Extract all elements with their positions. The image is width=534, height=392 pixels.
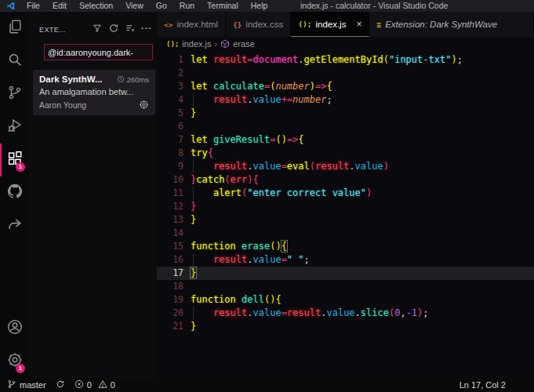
code-line-21[interactable]: 21}: [157, 320, 534, 333]
code-line-7[interactable]: 7let giveResult=()=>{: [157, 133, 534, 147]
indent-guide: [193, 253, 194, 267]
code-line-11[interactable]: 11 alert("enter correct value"): [157, 187, 534, 200]
code-token: ): [247, 174, 252, 185]
line-number: 21: [157, 320, 183, 333]
code-line-16[interactable]: 16 result.value=" ";: [157, 253, 534, 267]
line-content: }: [191, 267, 197, 280]
code-token: {: [298, 134, 303, 145]
more-actions-icon[interactable]: ···: [141, 24, 152, 32]
activity-source-control[interactable]: [0, 78, 28, 111]
code-line-6[interactable]: 6: [157, 120, 534, 133]
code-token: [191, 161, 213, 172]
refresh-icon[interactable]: [108, 23, 119, 34]
breadcrumb-file[interactable]: index.js: [182, 39, 211, 49]
close-icon[interactable]: ×: [356, 20, 361, 29]
code-line-17[interactable]: 17}: [157, 267, 534, 280]
extension-description: An amalgamation betw...: [39, 87, 149, 96]
code-line-15[interactable]: 15function erase(){: [157, 240, 534, 253]
code-line-1[interactable]: 1let result=document.getElementById("inp…: [157, 53, 534, 67]
code-token: {: [208, 147, 213, 158]
tab-index-css[interactable]: {}index.css: [226, 12, 291, 37]
code-line-10[interactable]: 10}catch(err){: [157, 173, 534, 187]
code-token: {: [253, 174, 259, 185]
code-line-13[interactable]: 13}: [157, 213, 534, 227]
activity-run-debug[interactable]: [0, 111, 28, 143]
code-line-19[interactable]: 19function dell(){: [157, 293, 534, 307]
indent-guide: [193, 160, 194, 173]
code-token: [208, 81, 213, 92]
activity-extensions[interactable]: 1: [0, 143, 28, 176]
code-token: function: [191, 241, 236, 252]
code-token: [236, 241, 242, 252]
tab-index-js[interactable]: ();index.js×: [291, 12, 369, 37]
cursor-position[interactable]: Ln 17, Col 2: [460, 380, 506, 390]
vscode-window: FileEditSelectionViewGoRunTerminalHelp i…: [0, 0, 534, 392]
tab-index-html[interactable]: <>index.html: [157, 12, 226, 37]
menu-run[interactable]: Run: [173, 0, 201, 12]
code-line-14[interactable]: 14: [157, 227, 534, 240]
tab-extension-dark-synthwave[interactable]: ≡Extension: Dark SynthWave: [369, 12, 534, 37]
code-token: {: [275, 294, 281, 305]
line-content: try{: [191, 147, 213, 160]
code-line-20[interactable]: 20 result.value=result.value.slice(0,-1)…: [157, 307, 534, 320]
activity-explorer[interactable]: [0, 12, 28, 45]
indent-guide: [193, 93, 194, 107]
clear-all-icon[interactable]: [125, 23, 136, 34]
sync-icon: [56, 379, 65, 390]
menu-help[interactable]: Help: [245, 0, 274, 12]
code-token: result: [213, 307, 247, 318]
code-token: document: [253, 54, 299, 65]
status-branch[interactable]: master: [7, 379, 46, 390]
activity-account[interactable]: [0, 312, 28, 345]
status-sync[interactable]: [56, 379, 65, 390]
code-line-4[interactable]: 4 result.value+=number;: [157, 93, 534, 107]
status-problems[interactable]: 00: [74, 379, 115, 390]
code-token: result: [213, 161, 247, 172]
code-line-5[interactable]: 5}: [157, 107, 534, 120]
code-line-2[interactable]: 2: [157, 67, 534, 80]
menu-selection[interactable]: Selection: [73, 0, 119, 12]
extension-list-item[interactable]: Dark SynthW... 260ms An amalgamation bet…: [33, 70, 155, 115]
code-token: {: [326, 81, 332, 92]
menu-terminal[interactable]: Terminal: [201, 0, 245, 12]
breadcrumb-symbol[interactable]: erase: [233, 39, 255, 49]
warning-icon: [98, 379, 107, 390]
filter-icon[interactable]: [92, 23, 103, 34]
code-line-9[interactable]: 9 result.value=eval(result.value): [157, 160, 534, 173]
code-line-3[interactable]: 3let calculate=(number)=>{: [157, 80, 534, 93]
menu-edit[interactable]: Edit: [46, 0, 73, 12]
code-token: value: [326, 307, 354, 318]
activity-settings[interactable]: 1: [0, 345, 28, 378]
code-line-12[interactable]: 12}: [157, 200, 534, 213]
symbol-cube-icon: [220, 39, 230, 49]
code-token: ;: [326, 94, 332, 105]
code-token: result: [213, 254, 247, 265]
line-number: 15: [157, 240, 183, 253]
error-count: 0: [87, 380, 92, 390]
menu-view[interactable]: View: [119, 0, 150, 12]
extensions-search-input[interactable]: [44, 44, 153, 60]
code-token: =: [282, 307, 287, 318]
line-number: 8: [157, 147, 183, 160]
code-token: slice: [361, 307, 389, 318]
tab-label: Extension: Dark SynthWave: [385, 20, 497, 29]
activity-bar-bottom: 1: [0, 312, 28, 378]
code-token: [208, 54, 213, 65]
menu-go[interactable]: Go: [150, 0, 173, 12]
code-token: [191, 94, 213, 105]
extension-gear-icon[interactable]: [139, 100, 149, 110]
code-token: number: [292, 94, 326, 105]
activity-github[interactable]: [0, 176, 28, 209]
activity-remote-explorer[interactable]: [0, 209, 28, 242]
code-line-8[interactable]: 8try{: [157, 147, 534, 160]
code-token: .: [247, 307, 252, 318]
tab-label: index.js: [315, 20, 346, 29]
code-line-18[interactable]: 18: [157, 280, 534, 293]
code-editor[interactable]: 1let result=document.getElementById("inp…: [157, 50, 534, 378]
activity-search[interactable]: [0, 45, 28, 78]
menu-file[interactable]: File: [20, 0, 46, 12]
status-bar-left: master00: [7, 379, 115, 390]
line-number: 10: [157, 173, 183, 187]
line-content: let giveResult=()=>{: [191, 133, 304, 147]
tab-bar: <>index.html{}index.css();index.js×≡Exte…: [157, 12, 534, 37]
